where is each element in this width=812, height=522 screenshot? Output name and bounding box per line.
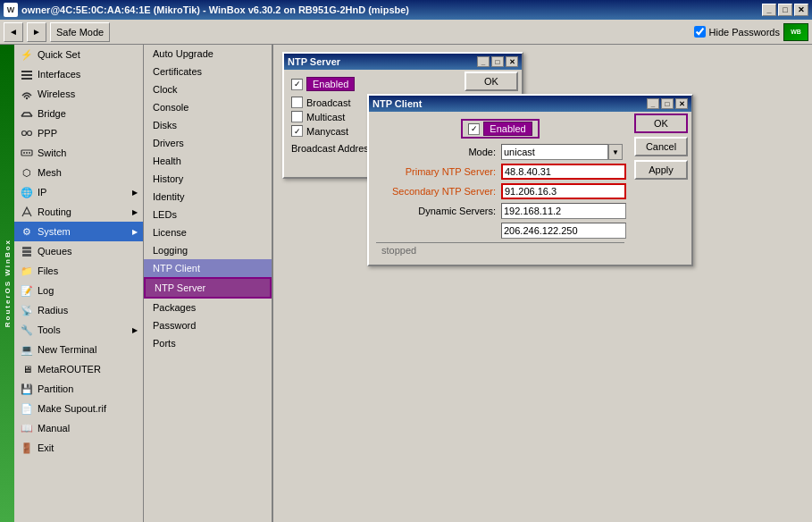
routing-arrow: ▶	[132, 208, 138, 216]
ntp-server-close[interactable]: ✕	[506, 56, 518, 67]
sidebar-item-partition[interactable]: 💾 Partition	[14, 379, 143, 399]
sidebar-item-queues[interactable]: Queues	[14, 241, 143, 261]
sidebar-item-interfaces[interactable]: Interfaces	[14, 64, 143, 84]
broadcast-checkbox[interactable]	[291, 97, 303, 108]
brand-bar: RouterOS WinBox	[0, 45, 14, 522]
submenu-certificates[interactable]: Certificates	[144, 63, 272, 80]
hide-passwords-checkbox[interactable]	[694, 26, 706, 38]
sidebar-label-ppp: PPP	[38, 128, 57, 139]
primary-input[interactable]	[501, 164, 626, 180]
submenu-drivers[interactable]: Drivers	[144, 134, 272, 152]
mode-input[interactable]	[501, 144, 608, 160]
submenu-ntp-server[interactable]: NTP Server	[144, 277, 272, 299]
supout-icon: 📄	[20, 401, 34, 416]
secondary-input[interactable]	[501, 183, 626, 199]
sidebar-item-log[interactable]: 📝 Log	[14, 281, 143, 300]
sidebar-item-quick-set[interactable]: ⚡ Quick Set	[14, 45, 143, 64]
sidebar-item-wireless[interactable]: Wireless	[14, 84, 143, 104]
svg-point-5	[22, 131, 27, 136]
system-submenu: Auto Upgrade Certificates Clock Console …	[144, 45, 273, 522]
submenu-leds[interactable]: LEDs	[144, 206, 272, 223]
sidebar-item-mesh[interactable]: ⬡ Mesh	[14, 163, 143, 182]
maximize-button[interactable]: □	[778, 4, 792, 16]
ntp-server-minimize[interactable]: _	[477, 56, 490, 67]
sidebar-item-ppp[interactable]: PPP	[14, 123, 143, 143]
ntp-client-cancel-button[interactable]: Cancel	[634, 137, 688, 156]
ntp-server-title: NTP Server	[288, 56, 340, 67]
sidebar-label-metarouter: MetaROUTER	[38, 364, 101, 375]
ntp-client-ok-button[interactable]: OK	[634, 114, 688, 133]
sidebar-item-manual[interactable]: 📖 Manual	[14, 418, 143, 438]
dynamic-input2[interactable]	[501, 223, 626, 239]
submenu-ntp-client[interactable]: NTP Client	[144, 259, 272, 277]
submenu-clock[interactable]: Clock	[144, 80, 272, 98]
submenu-identity[interactable]: Identity	[144, 188, 272, 206]
primary-label: Primary NTP Server:	[376, 166, 501, 177]
sidebar-item-bridge[interactable]: Bridge	[14, 104, 143, 123]
multicast-checkbox[interactable]	[291, 111, 303, 122]
sidebar-item-radius[interactable]: 📡 Radius	[14, 300, 143, 320]
ppp-icon	[20, 126, 34, 140]
back-button[interactable]: ◄	[4, 22, 23, 42]
ip-icon: 🌐	[20, 185, 34, 199]
submenu-health[interactable]: Health	[144, 152, 272, 170]
submenu-logging[interactable]: Logging	[144, 241, 272, 259]
ntp-client-window: NTP Client _ □ ✕ Enabled OK	[367, 94, 693, 266]
wireless-icon	[20, 87, 34, 101]
ntp-client-maximize[interactable]: □	[661, 98, 674, 109]
submenu-auto-upgrade[interactable]: Auto Upgrade	[144, 45, 272, 63]
safe-mode-button[interactable]: Safe Mode	[50, 22, 110, 42]
partition-icon: 💾	[20, 382, 34, 396]
sidebar-label-exit: Exit	[38, 442, 54, 453]
mesh-icon: ⬡	[20, 165, 34, 180]
svg-rect-2	[21, 78, 32, 80]
submenu-license[interactable]: License	[144, 223, 272, 241]
mode-dropdown-btn[interactable]: ▼	[608, 144, 623, 160]
submenu-packages[interactable]: Packages	[144, 299, 272, 316]
ntp-server-enabled-checkbox[interactable]	[291, 79, 303, 90]
sidebar-item-tools[interactable]: 🔧 Tools ▶	[14, 320, 143, 340]
svg-rect-15	[22, 254, 31, 257]
sidebar-item-make-supout[interactable]: 📄 Make Supout.rif	[14, 399, 143, 418]
sidebar-item-system[interactable]: ⚙ System ▶	[14, 222, 143, 241]
manual-icon: 📖	[20, 421, 34, 435]
ntp-client-enabled-checkbox[interactable]	[468, 123, 480, 135]
ntp-server-ok-button[interactable]: OK	[465, 72, 518, 91]
close-button[interactable]: ✕	[794, 4, 808, 16]
sidebar-item-exit[interactable]: 🚪 Exit	[14, 438, 143, 458]
dynamic-row2	[376, 223, 624, 239]
submenu-disks[interactable]: Disks	[144, 116, 272, 134]
submenu-password[interactable]: Password	[144, 316, 272, 334]
sidebar-item-ip[interactable]: 🌐 IP ▶	[14, 182, 143, 202]
sidebar-label-make-supout: Make Supout.rif	[38, 403, 106, 414]
radius-icon: 📡	[20, 303, 34, 317]
forward-button[interactable]: ►	[27, 22, 46, 42]
system-icon: ⚙	[20, 224, 34, 239]
ntp-server-titlebar: NTP Server _ □ ✕	[284, 54, 522, 70]
submenu-history[interactable]: History	[144, 170, 272, 188]
submenu-ports[interactable]: Ports	[144, 334, 272, 352]
svg-point-6	[28, 131, 32, 136]
manycast-checkbox[interactable]	[291, 125, 303, 137]
minimize-button[interactable]: _	[762, 4, 776, 16]
sidebar-item-switch[interactable]: Switch	[14, 143, 143, 163]
sidebar-label-quick-set: Quick Set	[38, 49, 80, 60]
secondary-row: Secondary NTP Server:	[376, 183, 624, 199]
sidebar-item-files[interactable]: 📁 Files	[14, 261, 143, 281]
broadcast-label: Broadcast	[306, 97, 351, 108]
status-bar: stopped	[376, 242, 624, 257]
sidebar-label-wireless: Wireless	[38, 88, 75, 99]
ntp-client-minimize[interactable]: _	[647, 98, 659, 109]
sidebar-item-routing[interactable]: Routing ▶	[14, 202, 143, 222]
submenu-console[interactable]: Console	[144, 98, 272, 116]
ntp-client-close[interactable]: ✕	[675, 98, 688, 109]
sidebar-label-routing: Routing	[38, 206, 71, 217]
sidebar-label-queues: Queues	[38, 246, 72, 257]
ntp-client-apply-button[interactable]: Apply	[634, 160, 688, 180]
sidebar-item-metarouter[interactable]: 🖥 MetaROUTER	[14, 359, 143, 379]
dynamic-input1[interactable]	[501, 203, 626, 219]
metarouter-icon: 🖥	[20, 362, 34, 376]
sidebar-item-new-terminal[interactable]: 💻 New Terminal	[14, 340, 143, 359]
ntp-server-maximize[interactable]: □	[491, 56, 504, 67]
tools-arrow: ▶	[132, 326, 138, 334]
